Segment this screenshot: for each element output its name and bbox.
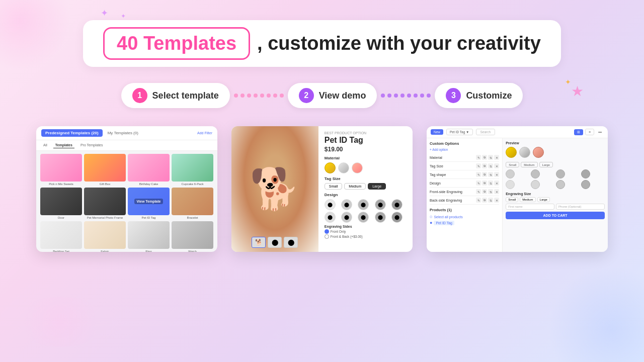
size-large-chip[interactable]: Large — [537, 197, 550, 202]
size-chip-small[interactable]: Small — [506, 162, 519, 167]
swatch-silver[interactable] — [519, 147, 530, 158]
list-item[interactable]: View Template Pet ID Tag — [128, 188, 170, 219]
list-item[interactable]: Bracelet — [172, 188, 213, 219]
copy-icon[interactable]: ⧉ — [482, 189, 487, 194]
copy-icon[interactable]: ⧉ — [482, 155, 487, 160]
step-2[interactable]: 2 View demo — [288, 83, 377, 108]
list-item[interactable]: Pet Memorial Photo Frame — [84, 188, 126, 219]
copy-icon[interactable]: ⧉ — [482, 172, 487, 177]
engraving-front-back[interactable]: Front & Back (+$3.00) — [325, 234, 407, 239]
design-5[interactable]: ⬤ — [391, 199, 403, 210]
design-swatch[interactable] — [506, 169, 515, 178]
first-name-input[interactable]: First name — [506, 204, 554, 210]
delete-icon[interactable]: ✕ — [494, 180, 499, 186]
delete-icon[interactable]: ✕ — [494, 155, 499, 160]
design-8[interactable]: ⬤ — [358, 212, 369, 223]
template-item-bedding[interactable] — [40, 221, 82, 249]
material-rose[interactable] — [352, 162, 363, 173]
list-view-btn[interactable]: ≡ — [585, 129, 594, 135]
design-3[interactable]: ⬤ — [358, 199, 369, 210]
filter-all[interactable]: All — [41, 142, 49, 148]
size-chip-medium[interactable]: Medium — [521, 162, 537, 167]
thumb-3[interactable]: ⬤ — [284, 237, 298, 248]
design-1[interactable]: ⬤ — [325, 199, 336, 210]
new-button[interactable]: New — [431, 129, 443, 135]
move-icon[interactable]: ⇅ — [488, 163, 493, 168]
template-item-door[interactable] — [40, 188, 82, 215]
phone-input[interactable]: Phone (Optional) — [556, 204, 605, 210]
design-6[interactable]: ⬤ — [325, 212, 336, 223]
design-swatch[interactable] — [531, 180, 540, 189]
admin-search-input[interactable]: Search — [476, 129, 496, 135]
template-item-cupcake[interactable] — [172, 154, 213, 182]
template-item-bracelet[interactable] — [172, 188, 213, 215]
delete-icon[interactable]: ✕ — [494, 163, 499, 168]
design-swatch[interactable] — [506, 180, 515, 189]
material-gold[interactable] — [325, 162, 336, 173]
template-item-sweets[interactable] — [40, 154, 82, 182]
edit-icon[interactable]: ✎ — [476, 155, 481, 160]
add-to-cart-btn[interactable]: ADD TO CART — [506, 212, 605, 219]
material-silver[interactable] — [338, 162, 349, 173]
edit-icon[interactable]: ✎ — [476, 172, 481, 177]
delete-icon[interactable]: ✕ — [494, 198, 499, 203]
template-item-cake[interactable] — [128, 154, 170, 182]
design-9[interactable]: ⬤ — [375, 212, 386, 223]
list-item[interactable]: Watch — [172, 221, 213, 252]
list-item[interactable]: Birthday Cake — [128, 154, 170, 186]
move-icon[interactable]: ⇅ — [488, 198, 493, 203]
thumb-1[interactable]: 🐕 — [252, 237, 266, 248]
size-medium[interactable]: Medium — [344, 183, 366, 190]
list-item[interactable]: Cupcake 6-Pack — [172, 154, 213, 186]
template-item-frame[interactable] — [84, 188, 126, 215]
edit-icon[interactable]: ✎ — [476, 198, 481, 203]
design-2[interactable]: ⬤ — [341, 199, 352, 210]
template-item-gift[interactable] — [84, 154, 126, 182]
delete-icon[interactable]: ✕ — [494, 189, 499, 194]
size-medium-chip[interactable]: Medium — [520, 197, 535, 202]
step-1[interactable]: 1 Select template — [121, 83, 230, 108]
add-filter-btn[interactable]: Add Filter — [197, 131, 212, 135]
move-icon[interactable]: ⇅ — [488, 189, 493, 194]
swatch-gold[interactable] — [506, 147, 517, 158]
edit-icon[interactable]: ✎ — [476, 180, 481, 186]
design-swatch[interactable] — [556, 180, 565, 189]
sc1-tab-my[interactable]: My Templates (0) — [104, 129, 142, 137]
design-10[interactable]: ⬤ — [391, 212, 403, 223]
more-options-btn[interactable]: ••• — [596, 129, 604, 135]
template-item-watch[interactable] — [172, 221, 213, 249]
size-small[interactable]: Small — [325, 183, 343, 190]
size-chip-large[interactable]: Large — [539, 162, 553, 167]
template-item-tag[interactable]: View Template — [128, 188, 170, 215]
copy-icon[interactable]: ⧉ — [482, 180, 487, 186]
design-swatch[interactable] — [531, 169, 540, 178]
add-option-link[interactable]: + Add option — [430, 148, 499, 151]
list-item[interactable]: Bedding Set — [40, 221, 82, 252]
list-item[interactable]: Pick n Mix Sweets — [40, 154, 82, 186]
design-4[interactable]: ⬤ — [375, 199, 386, 210]
product-item-tag[interactable]: ● Pet ID Tag — [430, 220, 499, 225]
delete-icon[interactable]: ✕ — [494, 172, 499, 177]
list-item[interactable]: Fabric — [84, 221, 126, 252]
size-large[interactable]: Large — [368, 183, 386, 190]
template-item-fabric[interactable] — [84, 221, 126, 249]
design-swatch[interactable] — [556, 169, 565, 178]
move-icon[interactable]: ⇅ — [488, 155, 493, 160]
active-view-btn[interactable]: ⊞ — [574, 129, 583, 135]
size-small-chip[interactable]: Small — [506, 197, 518, 202]
list-item[interactable]: Door — [40, 188, 82, 219]
template-item-ring[interactable] — [128, 221, 170, 249]
move-icon[interactable]: ⇅ — [488, 172, 493, 177]
swatch-rose[interactable] — [533, 147, 544, 158]
design-swatch[interactable] — [581, 180, 590, 189]
edit-icon[interactable]: ✎ — [476, 189, 481, 194]
filter-templates[interactable]: Templates — [53, 142, 74, 148]
engraving-front[interactable]: Front Only — [325, 229, 407, 234]
list-item[interactable]: Ring — [128, 221, 170, 252]
design-7[interactable]: ⬤ — [341, 212, 352, 223]
thumb-2[interactable]: ⬤ — [268, 237, 282, 248]
edit-icon[interactable]: ✎ — [476, 163, 481, 168]
design-swatch[interactable] — [581, 169, 590, 178]
select-products-row[interactable]: ○ Select all products — [430, 214, 499, 219]
product-filter-select[interactable]: Pet ID Tag ▼ — [446, 129, 472, 135]
